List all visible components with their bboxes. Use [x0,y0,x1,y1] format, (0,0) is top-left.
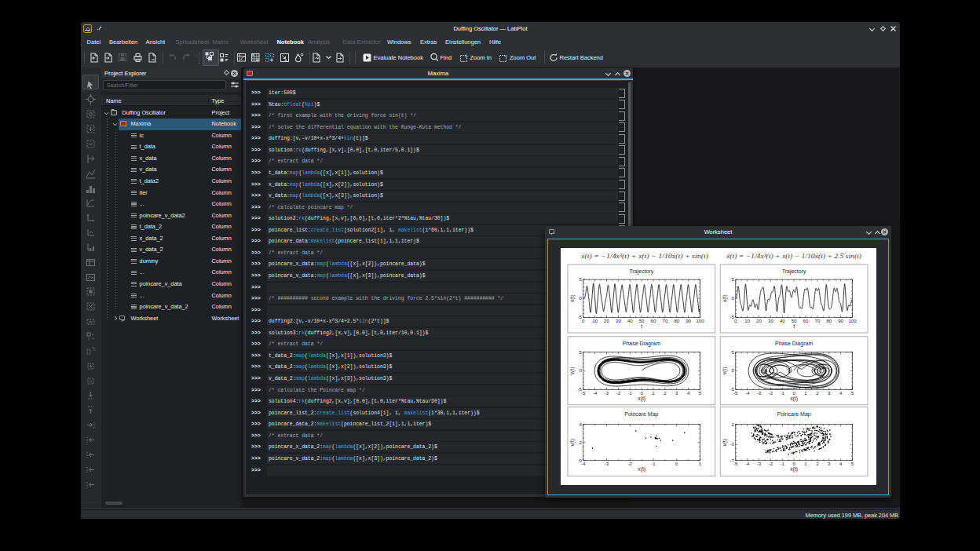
svg-text:60: 60 [803,318,809,323]
svg-text:t: t [793,323,795,329]
svg-text:v(t): v(t) [722,367,728,374]
svg-text:-3: -3 [605,390,609,396]
svg-text:ẍ(t) = −1/4x³(t) + x(t) − 1/1: ẍ(t) = −1/4x³(t) + x(t) − 1/10ẋ(t) + 2… [726,252,861,260]
svg-text:x(t): x(t) [722,294,728,302]
svg-text:x(t): x(t) [790,466,798,473]
svg-text:Phase Diagram: Phase Diagram [775,341,813,347]
svg-text:80: 80 [674,318,679,323]
svg-text:-2: -2 [616,390,621,396]
svg-text:-2: -2 [769,461,773,466]
svg-text:Poincare Map: Poincare Map [777,411,810,418]
svg-text:-7: -7 [730,458,735,463]
svg-text:30: 30 [768,318,773,323]
svg-text:-4: -4 [593,390,598,396]
svg-text:2: 2 [816,461,819,466]
svg-text:Phase Diagram: Phase Diagram [623,341,660,347]
svg-text:40: 40 [627,318,633,323]
svg-text:-5: -5 [730,314,735,319]
svg-text:90: 90 [686,318,691,323]
svg-text:t: t [641,323,642,329]
svg-text:-1: -1 [628,390,633,396]
svg-text:Trajectory: Trajectory [782,268,806,275]
svg-text:-3: -3 [605,461,609,466]
svg-text:-2: -2 [628,461,633,466]
svg-text:-3: -3 [730,441,735,447]
svg-text:x(t): x(t) [569,294,576,302]
svg-text:-5: -5 [730,386,735,392]
svg-text:-1: -1 [781,461,785,466]
svg-text:-5: -5 [578,386,583,392]
svg-text:30: 30 [616,318,621,323]
svg-text:10: 10 [744,318,750,323]
svg-text:10: 10 [592,318,598,323]
svg-text:x(t): x(t) [638,466,645,473]
svg-text:-4: -4 [745,390,750,396]
svg-text:-1: -1 [781,390,785,396]
svg-text:2: 2 [816,390,819,396]
svg-text:ẍ(t) = −1/4x³(t) + x(t) − 1/1: ẍ(t) = −1/4x³(t) + x(t) − 1/10ẋ(t) + s… [580,252,708,260]
svg-text:-3: -3 [757,390,762,396]
svg-text:v(t): v(t) [569,439,576,447]
svg-text:2: 2 [664,390,667,396]
svg-text:x(t): x(t) [790,396,798,402]
svg-text:20: 20 [756,318,762,323]
svg-text:v(t): v(t) [569,367,576,374]
svg-text:-3: -3 [757,461,762,466]
svg-text:x(t): x(t) [638,396,645,402]
svg-text:-2: -2 [769,390,773,396]
svg-text:Trajectory: Trajectory [629,268,653,275]
svg-text:100: 100 [696,318,704,323]
svg-text:90: 90 [838,318,843,323]
svg-text:100: 100 [848,318,857,323]
svg-text:70: 70 [815,318,821,323]
svg-text:80: 80 [826,318,832,323]
svg-text:70: 70 [663,318,668,323]
svg-text:v(t): v(t) [722,439,728,447]
svg-text:40: 40 [780,318,785,323]
svg-text:-4: -4 [745,461,750,466]
svg-text:Poincare Map: Poincare Map [624,411,658,418]
svg-text:-5: -5 [578,314,583,319]
svg-text:-1: -1 [651,461,656,466]
svg-text:60: 60 [651,318,656,323]
svg-text:20: 20 [604,318,609,323]
